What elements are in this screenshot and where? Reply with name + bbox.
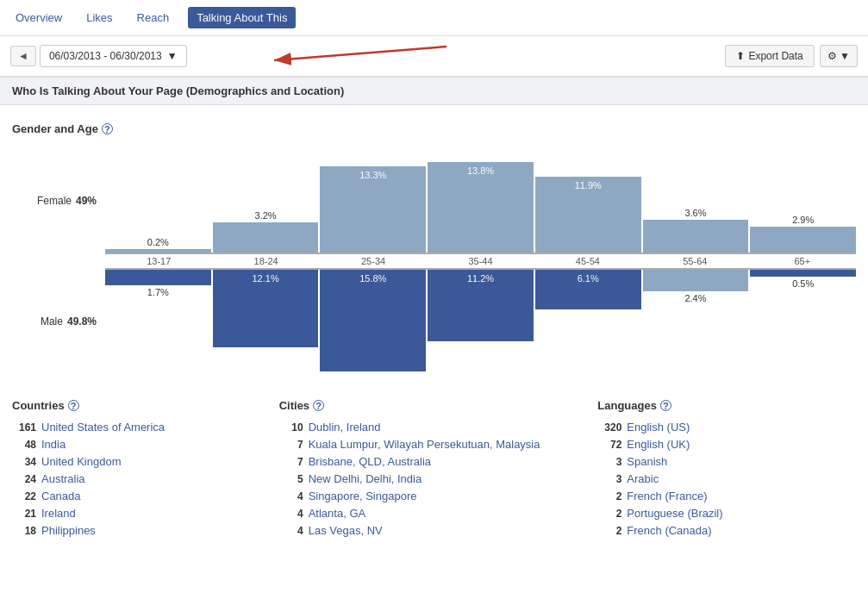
male-pct: 49.8% [67, 315, 97, 328]
country-num-1: 48 [12, 439, 36, 451]
male-bar-rect-35-44: 11.2% [428, 270, 534, 341]
country-name-2[interactable]: United Kingdom [41, 455, 122, 468]
list-item: 3 Spanish [597, 455, 856, 468]
age-label-25-34: 25-34 [320, 254, 427, 268]
female-bar-13-17: 0.2% [105, 149, 211, 253]
lang-num-0: 320 [597, 421, 621, 434]
male-bar-55-64: 2.4% [643, 270, 749, 373]
male-bar-25-34: 15.8% [320, 270, 426, 373]
city-name-0[interactable]: Dublin, Ireland [309, 421, 381, 434]
female-bars: 0.2% 3.2% 13.3% 13.8% [105, 149, 856, 253]
city-name-5[interactable]: Atlanta, GA [309, 507, 365, 520]
date-dropdown-icon: ▼ [167, 50, 178, 62]
city-name-6[interactable]: Las Vegas, NV [309, 524, 383, 537]
male-label: Male [41, 315, 63, 328]
city-name-3[interactable]: New Delhi, Delhi, India [309, 472, 422, 485]
tab-talking-about-this[interactable]: Talking About This [188, 7, 296, 28]
female-bar-label-65plus: 2.9% [792, 215, 814, 225]
male-bar-rect-13-17 [105, 270, 211, 285]
lang-name-4[interactable]: French (France) [627, 490, 707, 502]
countries-title-text: Countries [12, 399, 65, 412]
female-bar-25-34: 13.3% [320, 149, 426, 253]
tab-reach[interactable]: Reach [132, 8, 175, 28]
country-name-3[interactable]: Australia [41, 472, 85, 485]
gear-settings-button[interactable]: ⚙ ▼ [820, 45, 858, 67]
female-bar-pct-inside-25-34: 13.3% [359, 166, 386, 180]
list-item: 18 Philippines [12, 524, 271, 537]
city-name-4[interactable]: Singapore, Singapore [309, 490, 417, 502]
languages-help-icon[interactable]: ? [660, 400, 671, 411]
countries-help-icon[interactable]: ? [68, 400, 79, 411]
male-bar-45-54: 6.1% [535, 270, 641, 373]
female-bar-45-54: 11.9% [535, 149, 641, 253]
male-bar-65plus: 0.5% [750, 270, 856, 373]
lang-name-5[interactable]: Portuguese (Brazil) [627, 507, 722, 520]
cities-section: Cities ? 10 Dublin, Ireland 7 Kuala Lump… [279, 399, 590, 541]
tab-likes[interactable]: Likes [81, 8, 117, 28]
male-bar-rect-45-54: 6.1% [535, 270, 641, 309]
list-item: 5 New Delhi, Delhi, India [279, 472, 590, 485]
city-name-2[interactable]: Brisbane, QLD, Australia [309, 455, 431, 468]
languages-section: Languages ? 320 English (US) 72 English … [597, 399, 856, 541]
languages-title: Languages ? [597, 399, 856, 412]
female-pct: 49% [76, 195, 97, 207]
female-bar-label-18-24: 3.2% [255, 210, 277, 221]
toolbar-right: ⬆ Export Data ⚙ ▼ [725, 45, 858, 67]
male-bar-rect-25-34: 15.8% [320, 270, 426, 371]
lang-name-2[interactable]: Spanish [627, 455, 667, 468]
chart-title-text: Gender and Age [12, 122, 98, 135]
female-bar-rect-35-44: 13.8% [428, 162, 534, 253]
male-bar-label-55-64: 2.4% [684, 293, 706, 303]
tab-overview[interactable]: Overview [10, 8, 67, 28]
date-range-text: 06/03/2013 - 06/30/2013 [49, 50, 162, 62]
list-item: 4 Singapore, Singapore [279, 490, 590, 502]
languages-title-text: Languages [597, 399, 657, 412]
list-item: 72 English (UK) [597, 438, 856, 451]
female-bar-18-24: 3.2% [213, 149, 319, 253]
country-name-6[interactable]: Philippines [41, 524, 96, 537]
female-bar-65plus: 2.9% [750, 149, 856, 253]
age-label-13-17: 13-17 [105, 254, 212, 268]
list-item: 4 Las Vegas, NV [279, 524, 590, 537]
age-label-55-64: 55-64 [641, 254, 748, 268]
age-label-65plus: 65+ [749, 254, 856, 268]
country-name-1[interactable]: India [41, 438, 66, 451]
lang-name-3[interactable]: Arabic [627, 472, 659, 485]
date-nav: ◄ 06/03/2013 - 06/30/2013 ▼ [10, 45, 187, 67]
country-name-4[interactable]: Canada [41, 490, 81, 502]
list-item: 21 Ireland [12, 507, 271, 520]
export-icon: ⬆ [736, 50, 745, 62]
lang-num-1: 72 [597, 439, 621, 451]
cities-title: Cities ? [279, 399, 590, 412]
list-item: 2 French (France) [597, 490, 856, 502]
lang-name-6[interactable]: French (Canada) [627, 524, 711, 537]
lang-name-0[interactable]: English (US) [627, 421, 690, 434]
female-bar-label-55-64: 3.6% [684, 208, 706, 218]
city-num-0: 10 [279, 421, 303, 434]
export-data-button[interactable]: ⬆ Export Data [725, 45, 814, 67]
prev-date-button[interactable]: ◄ [10, 46, 36, 66]
male-bar-rect-65plus [750, 270, 856, 277]
gear-icon: ⚙ [827, 50, 837, 62]
list-item: 22 Canada [12, 490, 271, 502]
date-range-selector[interactable]: 06/03/2013 - 06/30/2013 ▼ [40, 45, 187, 67]
female-bar-55-64: 3.6% [643, 149, 749, 253]
countries-title: Countries ? [12, 399, 271, 412]
list-item: 7 Brisbane, QLD, Australia [279, 455, 590, 468]
nav-tabs: Overview Likes Reach Talking About This [0, 0, 868, 36]
country-name-5[interactable]: Ireland [41, 507, 76, 520]
list-item: 48 India [12, 438, 271, 451]
countries-section: Countries ? 161 United States of America… [12, 399, 271, 541]
list-item: 24 Australia [12, 472, 271, 485]
country-name-0[interactable]: United States of America [41, 421, 165, 434]
cities-help-icon[interactable]: ? [313, 400, 324, 411]
lang-num-5: 2 [597, 508, 621, 520]
section-header: Who Is Talking About Your Page (Demograp… [0, 77, 868, 105]
female-bar-rect-25-34: 13.3% [320, 166, 426, 253]
gender-age-help-icon[interactable]: ? [102, 123, 113, 134]
city-name-1[interactable]: Kuala Lumpur, Wilayah Persekutuan, Malay… [309, 438, 540, 451]
lang-num-2: 3 [597, 456, 621, 468]
lang-name-1[interactable]: English (UK) [627, 438, 690, 451]
male-bar-rect-55-64 [643, 270, 749, 291]
cities-title-text: Cities [279, 399, 309, 412]
